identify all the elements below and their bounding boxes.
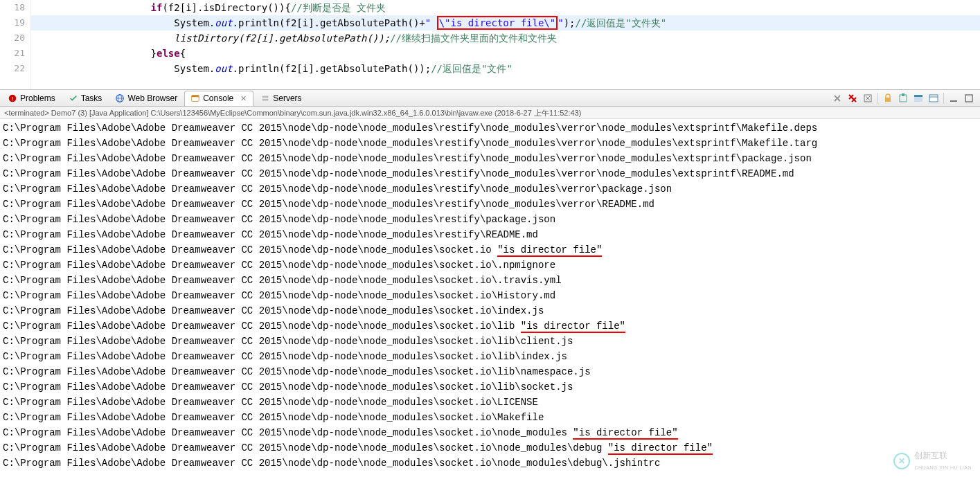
views-tab-bar: ! Problems Tasks Web Browser Console ✕ S…	[0, 89, 980, 107]
code-line-active[interactable]: System.out.println(f2[i].getAbsolutePath…	[31, 15, 980, 30]
console-line: C:\Program Files\Adobe\Adobe Dreamweaver…	[3, 318, 977, 334]
tab-label: Console	[203, 93, 233, 103]
console-line: C:\Program Files\Adobe\Adobe Dreamweaver…	[3, 136, 977, 151]
clear-console-icon[interactable]	[862, 93, 873, 104]
console-toolbar	[832, 93, 979, 104]
console-line: C:\Program Files\Adobe\Adobe Dreamweaver…	[3, 151, 977, 166]
tab-problems[interactable]: ! Problems	[1, 91, 62, 106]
code-line[interactable]: }else{	[31, 46, 980, 61]
console-line: C:\Program Files\Adobe\Adobe Dreamweaver…	[3, 273, 977, 288]
console-line: C:\Program Files\Adobe\Adobe Dreamweaver…	[3, 410, 977, 425]
console-line: C:\Program Files\Adobe\Adobe Dreamweaver…	[3, 440, 977, 456]
line-number: 18	[0, 0, 25, 15]
tab-label: Web Browser	[127, 93, 177, 103]
console-line: C:\Program Files\Adobe\Adobe Dreamweaver…	[3, 303, 977, 318]
tab-label: Problems	[20, 93, 55, 103]
globe-icon	[115, 93, 125, 103]
svg-rect-17	[950, 100, 957, 102]
line-number: 19	[0, 15, 25, 30]
pin-console-icon[interactable]	[898, 93, 909, 104]
svg-rect-8	[262, 99, 269, 101]
console-line: C:\Program Files\Adobe\Adobe Dreamweaver…	[3, 181, 977, 197]
tab-label: Tasks	[81, 93, 103, 103]
console-line: C:\Program Files\Adobe\Adobe Dreamweaver…	[3, 120, 977, 136]
tab-web-browser[interactable]: Web Browser	[109, 91, 184, 106]
watermark-sub: CHUANG XIN HU LIAN	[914, 465, 972, 470]
console-line: C:\Program Files\Adobe\Adobe Dreamweaver…	[3, 456, 977, 471]
minimize-icon[interactable]	[948, 93, 959, 104]
svg-rect-15	[929, 95, 938, 102]
problems-icon: !	[8, 93, 17, 103]
console-line: C:\Program Files\Adobe\Adobe Dreamweaver…	[3, 379, 977, 395]
console-line: C:\Program Files\Adobe\Adobe Dreamweaver…	[3, 242, 977, 258]
svg-rect-7	[262, 96, 269, 98]
director-file-tag: "is director file"	[521, 321, 625, 333]
divider	[943, 93, 944, 104]
director-file-tag: "is director file"	[608, 442, 713, 455]
svg-rect-18	[965, 95, 972, 102]
code-line[interactable]: if(f2[i].isDirectory()){//判断是否是 文件夹	[31, 0, 980, 15]
line-number-gutter: 18 19 20 21 22	[0, 0, 31, 89]
console-line: C:\Program Files\Adobe\Adobe Dreamweaver…	[3, 227, 977, 242]
console-icon	[190, 93, 200, 103]
director-file-tag: "is director file"	[573, 427, 677, 440]
console-status-line: <terminated> Demo7 (3) [Java Application…	[0, 107, 980, 119]
servers-icon	[260, 93, 270, 103]
svg-rect-6	[192, 96, 199, 98]
console-line: C:\Program Files\Adobe\Adobe Dreamweaver…	[3, 395, 977, 410]
console-line: C:\Program Files\Adobe\Adobe Dreamweaver…	[3, 258, 977, 273]
console-line: C:\Program Files\Adobe\Adobe Dreamweaver…	[3, 212, 977, 227]
tab-servers[interactable]: Servers	[254, 91, 308, 106]
line-number: 20	[0, 30, 25, 46]
line-number: 22	[0, 61, 25, 76]
console-line: C:\Program Files\Adobe\Adobe Dreamweaver…	[3, 197, 977, 212]
director-file-tag: "is director file"	[497, 244, 602, 257]
scroll-lock-icon[interactable]	[882, 93, 893, 104]
tab-label: Servers	[273, 93, 301, 103]
svg-rect-10	[885, 98, 891, 102]
maximize-icon[interactable]	[963, 93, 974, 104]
tab-console[interactable]: Console ✕	[184, 91, 253, 106]
console-line: C:\Program Files\Adobe\Adobe Dreamweaver…	[3, 334, 977, 349]
display-selected-icon[interactable]	[913, 93, 924, 104]
divider	[877, 93, 878, 104]
watermark: ✕ 创新互联 CHUANG XIN HU LIAN	[893, 450, 972, 471]
remove-all-icon[interactable]	[847, 93, 858, 104]
highlighted-string: \"is director file\"	[437, 16, 558, 30]
console-line: C:\Program Files\Adobe\Adobe Dreamweaver…	[3, 364, 977, 379]
console-output[interactable]: C:\Program Files\Adobe\Adobe Dreamweaver…	[0, 119, 980, 476]
console-line: C:\Program Files\Adobe\Adobe Dreamweaver…	[3, 425, 977, 440]
console-line: C:\Program Files\Adobe\Adobe Dreamweaver…	[3, 166, 977, 181]
close-icon[interactable]: ✕	[239, 94, 247, 102]
code-content[interactable]: if(f2[i].isDirectory()){//判断是否是 文件夹 Syst…	[31, 0, 980, 89]
code-line[interactable]: System.out.println(f2[i].getAbsolutePath…	[31, 61, 980, 76]
console-line: C:\Program Files\Adobe\Adobe Dreamweaver…	[3, 288, 977, 303]
line-number: 21	[0, 46, 25, 61]
tab-tasks[interactable]: Tasks	[62, 91, 109, 106]
tasks-icon	[69, 93, 78, 103]
watermark-text: 创新互联	[914, 451, 947, 460]
open-console-icon[interactable]	[928, 93, 939, 104]
remove-launch-icon[interactable]	[832, 93, 843, 104]
code-line[interactable]: listDirtory(f2[i].getAbsolutePath());//继…	[31, 30, 980, 46]
svg-rect-14	[914, 95, 923, 97]
console-line: C:\Program Files\Adobe\Adobe Dreamweaver…	[3, 349, 977, 364]
code-editor-pane: 18 19 20 21 22 if(f2[i].isDirectory()){/…	[0, 0, 980, 89]
svg-text:!: !	[12, 96, 13, 102]
svg-rect-12	[902, 93, 905, 96]
watermark-logo-icon: ✕	[893, 453, 910, 469]
